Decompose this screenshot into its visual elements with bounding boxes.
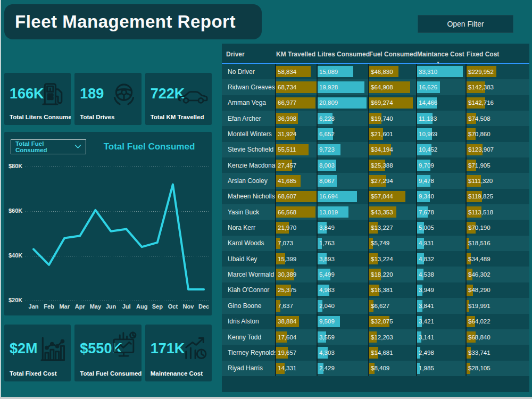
cell-text: Riyad Harris xyxy=(226,364,263,372)
table-row[interactable]: Arslan Cooley41,6858,067$27,2949,478$111… xyxy=(222,173,529,188)
cell-text: $123,907 xyxy=(467,146,494,153)
cell-text: Maheen Nicholls xyxy=(226,193,275,200)
column-header-litres-consumed[interactable]: Litres Consumed xyxy=(317,51,368,58)
table-row[interactable]: Efan Archer36,9986,228$19,74011,133$74,5… xyxy=(222,111,529,126)
cell-text: 9,709 xyxy=(417,162,434,169)
table-row[interactable]: Yasin Buck66,56813,019$43,3537,678$113,5… xyxy=(222,204,529,220)
value-cell: 66,977 xyxy=(275,95,317,111)
value-cell: 9,340 xyxy=(416,189,466,204)
cell-text: 10,452 xyxy=(417,146,437,153)
cell-text: 9,340 xyxy=(417,193,434,200)
cell-text: 4,832 xyxy=(417,256,434,262)
value-cell: 7,073 xyxy=(275,236,317,251)
value-cell: $33,741 xyxy=(466,345,529,360)
cell-text: 31,924 xyxy=(276,131,296,137)
driver-cell: Yasin Buck xyxy=(222,204,275,220)
cell-text: $70,190 xyxy=(467,225,491,231)
table-row[interactable]: Marcel Wormald30,3895,499$18,2204,538$46… xyxy=(222,267,529,282)
cell-text: 9,478 xyxy=(417,178,434,184)
cell-text: $18,516 xyxy=(467,240,491,246)
column-header-maintance-cost[interactable]: Maintance Cost ▼ xyxy=(416,51,466,58)
title-box: Fleet Management Report xyxy=(4,4,262,39)
table-row[interactable]: Gino Boone7,6372,040$6,6273,841$19,991 xyxy=(222,298,529,313)
column-header-fuel-consumed[interactable]: Fuel Consumed xyxy=(368,51,416,58)
table-row[interactable]: Ubaid Key15,3993,893$13,2244,832$34,489 xyxy=(222,251,529,267)
table-row[interactable]: Kenzie Macdonald27,4578,003$25,3889,709$… xyxy=(222,157,529,173)
cell-text: 10,969 xyxy=(417,131,437,137)
cell-text: $71,905 xyxy=(467,162,491,169)
cell-text: Montell Winters xyxy=(226,130,272,138)
value-cell: $18,516 xyxy=(466,236,529,251)
table-header: Driver KM Travelled Litres Consumed Fuel… xyxy=(222,46,529,64)
value-cell: $28,105 xyxy=(466,361,529,376)
kpi-card-total-fixed-cost: $2M Total Fixed Cost xyxy=(4,325,71,381)
cell-text: $25,388 xyxy=(369,162,393,169)
monitor-chart-icon xyxy=(110,330,138,363)
value-cell: $19,740 xyxy=(368,111,416,126)
cell-text: 4,538 xyxy=(417,271,434,278)
cell-text: 9,723 xyxy=(318,146,335,153)
value-cell: 6,652 xyxy=(317,126,368,142)
value-cell: 3,893 xyxy=(317,251,368,267)
table-row[interactable]: Stevie Schofield55,5119,723$34,19410,452… xyxy=(222,142,529,157)
table-row[interactable]: Idris Alston38,8849,509$32,0753,421$64,0… xyxy=(222,314,529,329)
value-cell: 25,375 xyxy=(275,282,317,298)
dashboard: Fleet Management Report Open Filter 166K… xyxy=(0,0,532,399)
window-left-edge xyxy=(0,0,1,399)
cell-text: $46,830 xyxy=(369,69,393,75)
table-row[interactable]: Maheen Nicholls68,60716,694$57,0449,340$… xyxy=(222,189,529,204)
value-cell: 3,141 xyxy=(416,329,466,345)
cell-text: 3,559 xyxy=(318,334,335,340)
value-cell: 19,928 xyxy=(317,79,368,95)
table-row[interactable]: Kiah O'Connor25,3754,983$16,3813,949$48,… xyxy=(222,282,529,298)
kpi-card-total-km: 722K Total KM Travelled xyxy=(145,73,212,125)
value-cell: $46,830 xyxy=(368,64,416,79)
cell-text: 9,509 xyxy=(318,318,335,325)
value-cell: $6,627 xyxy=(368,298,416,313)
cell-text: $68,840 xyxy=(467,334,491,340)
value-cell: $8,409 xyxy=(368,361,416,376)
table-row[interactable]: Nora Kerr21,9703,849$13,2275,005$70,190 xyxy=(222,220,529,235)
table-rows: No Driver58,83415,089$46,83033,310$229,9… xyxy=(222,64,529,376)
value-cell: $34,194 xyxy=(368,142,416,157)
value-cell: 4,832 xyxy=(416,251,466,267)
cell-text: Tierney Reynolds xyxy=(226,349,277,356)
cell-text: Amman Vega xyxy=(226,99,266,106)
table-row[interactable]: No Driver58,83415,089$46,83033,310$229,9… xyxy=(222,64,529,79)
value-cell: 2,498 xyxy=(416,345,466,360)
column-header-km-travelled[interactable]: KM Travelled xyxy=(275,51,317,58)
table-row[interactable]: Kenny Todd17,6043,559$12,2033,141$68,840 xyxy=(222,329,529,345)
column-header-driver[interactable]: Driver xyxy=(222,51,275,58)
open-filter-button[interactable]: Open Filter xyxy=(418,15,513,33)
column-header-fixed-cost[interactable]: Fixed Cost xyxy=(466,51,529,58)
cell-text: 68,607 xyxy=(276,193,296,200)
table-row[interactable]: Tierney Reynolds19,6574,303$14,6812,498$… xyxy=(222,345,529,360)
table-row[interactable]: Ridwan Greaves68,73419,928$64,90816,626$… xyxy=(222,79,529,95)
value-cell: 33,310 xyxy=(416,64,466,79)
value-cell: 2,429 xyxy=(317,361,368,376)
kpi-card-maintenance-cost: 171K Maintenance Cost xyxy=(145,325,212,381)
driver-cell: Efan Archer xyxy=(222,111,275,126)
cell-text: $142,383 xyxy=(467,84,494,90)
value-cell: 30,389 xyxy=(275,267,317,282)
cell-text: Gino Boone xyxy=(226,302,261,310)
table-row[interactable]: Karol Woods7,0731,763$5,7494,931$18,516 xyxy=(222,236,529,251)
cell-text: 4,983 xyxy=(318,287,335,293)
cell-text: 41,685 xyxy=(276,178,296,184)
table-row[interactable]: Riyad Harris14,3312,429$8,4091,985$28,10… xyxy=(222,361,529,376)
kpi-label: Total Drives xyxy=(80,114,114,120)
cell-text: $119,825 xyxy=(467,193,493,200)
cell-text: 3,421 xyxy=(417,318,434,325)
value-cell: 11,133 xyxy=(416,111,466,126)
cell-text: $34,194 xyxy=(369,146,393,153)
cell-text: $64,022 xyxy=(467,318,491,325)
cell-text: Nora Kerr xyxy=(226,224,255,231)
cell-text: 3,949 xyxy=(417,287,434,293)
table-row[interactable]: Montell Winters31,9246,652$21,60110,969$… xyxy=(222,126,529,142)
fuel-line-chart: Total Fuel Consumed Total Fuel Consumed … xyxy=(4,132,212,315)
cell-text: Ubaid Key xyxy=(226,255,257,263)
driver-cell: Ridwan Greaves xyxy=(222,79,275,95)
value-cell: $13,224 xyxy=(368,251,416,267)
cell-text: $16,381 xyxy=(369,287,393,293)
table-row[interactable]: Amman Vega66,97720,809$69,27414,466$142,… xyxy=(222,95,529,111)
